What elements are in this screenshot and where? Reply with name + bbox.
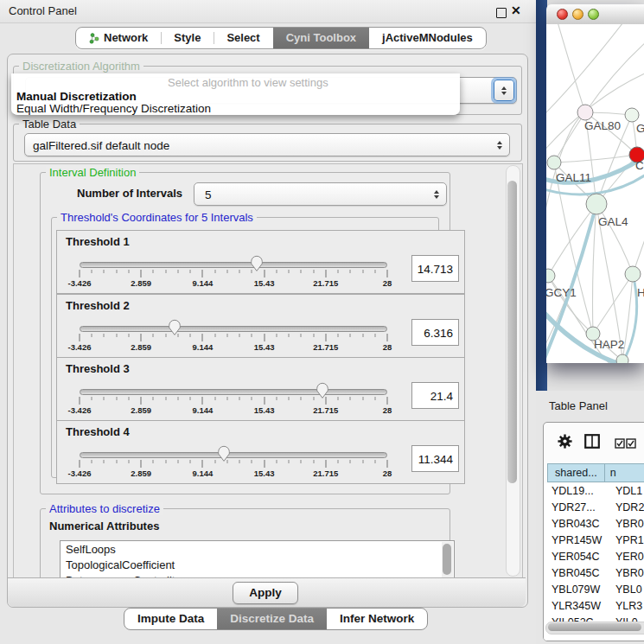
list-scrollbar[interactable]	[442, 542, 453, 578]
network-node[interactable]	[547, 156, 561, 169]
tab-style[interactable]: Style	[161, 28, 214, 48]
table-body[interactable]: YDL19...YDL1YDR27...YDR2YBR043CYBR0YPR14…	[544, 483, 644, 641]
table-row[interactable]: YBL079WYBL0	[544, 582, 644, 598]
threshold-1-slider[interactable]: -3.4262.8599.14415.4321.71528	[80, 255, 387, 291]
list-item[interactable]: SelfLoops	[61, 541, 454, 557]
network-node[interactable]	[625, 108, 639, 122]
table-row[interactable]: YER054CYER0	[544, 549, 644, 565]
numerical-attributes-list[interactable]: SelfLoops TopologicalCoefficient Between…	[60, 540, 455, 578]
table-cell[interactable]: YDR2	[604, 500, 644, 516]
checkbox-icon[interactable]	[615, 437, 625, 452]
tab-impute-data[interactable]: Impute Data	[124, 609, 217, 629]
table-row[interactable]: YPR145WYPR1	[544, 532, 644, 549]
scrollbar-thumb[interactable]	[443, 544, 451, 575]
list-item[interactable]: TopologicalCoefficient	[61, 557, 454, 572]
zoom-button[interactable]	[588, 9, 599, 20]
scrollbar-thumb[interactable]	[507, 181, 517, 483]
table-row[interactable]: YDR27...YDR2	[544, 500, 644, 516]
tab-label: Style	[174, 28, 201, 48]
close-button[interactable]	[557, 9, 568, 20]
table-cell[interactable]: YBL0	[604, 582, 642, 598]
network-node-label: GAL80	[584, 119, 621, 132]
table-cell[interactable]: YPR145W	[544, 532, 604, 549]
algorithm-dropdown-popup: Select algorithm to view settings Manual…	[11, 73, 460, 115]
slider-tick-labels: -3.4262.8599.14415.4321.71528	[80, 469, 387, 479]
network-node[interactable]	[577, 105, 593, 120]
apply-button[interactable]: Apply	[233, 582, 298, 604]
number-of-intervals-combobox[interactable]: 5	[194, 182, 447, 206]
table-cell[interactable]: YBR0	[604, 565, 644, 582]
table-panel-title: Table Panel	[549, 399, 608, 412]
tab-network[interactable]: Network	[76, 28, 161, 48]
table-data-combobox[interactable]: galFiltered.sif default node	[24, 133, 510, 156]
table-cell[interactable]: YDR27...	[544, 500, 604, 516]
scrollbar-thumb[interactable]	[548, 623, 641, 631]
network-window-titlebar[interactable]	[546, 4, 644, 25]
table-cell[interactable]: YBR045C	[544, 565, 604, 582]
bottom-tabstrip: Impute Data Discretize Data Infer Networ…	[124, 608, 428, 630]
table-cell[interactable]: YER0	[604, 549, 644, 565]
gear-icon[interactable]	[557, 433, 573, 453]
table-cell[interactable]: YPR1	[604, 532, 644, 549]
tab-jactivemnodules[interactable]: jActiveMNodules	[369, 28, 486, 48]
columns-icon[interactable]	[584, 434, 600, 452]
table-row[interactable]: YBR045CYBR0	[544, 565, 644, 582]
slider-thumb[interactable]	[218, 445, 231, 462]
network-canvas[interactable]: GAL80GACGAL11GAL4GCY1HHAP2	[546, 24, 644, 363]
threshold-2-value[interactable]: 6.316	[411, 319, 459, 346]
dropdown-item-manual-discretization[interactable]: Manual Discretization	[16, 90, 137, 103]
slider-thumb[interactable]	[251, 255, 264, 272]
slider-track[interactable]	[80, 262, 387, 268]
column-header-shared-name[interactable]: shared...	[547, 463, 605, 482]
table-row[interactable]: YBR043CYBR0	[544, 516, 644, 532]
slider-tick-labels: -3.4262.8599.14415.4321.71528	[80, 278, 387, 289]
slider-track[interactable]	[80, 389, 387, 395]
network-node[interactable]	[546, 269, 555, 283]
settings-vertical-scrollbar[interactable]	[506, 165, 520, 577]
table-horizontal-scrollbar[interactable]	[545, 622, 644, 634]
threshold-1-panel: Threshold 1 -3.4262.8599.14415.4321.7152…	[56, 230, 465, 294]
table-cell[interactable]: YBR0	[604, 516, 644, 532]
threshold-3-slider[interactable]: -3.4262.8599.14415.4321.71528	[80, 382, 387, 418]
tab-infer-network[interactable]: Infer Network	[327, 609, 427, 629]
threshold-4-value[interactable]: 11.344	[411, 445, 459, 472]
table-cell[interactable]: YDL1	[604, 483, 642, 500]
combobox-arrow-button[interactable]	[494, 80, 514, 101]
tab-cyni-toolbox[interactable]: Cyni Toolbox	[273, 28, 369, 48]
threshold-2-slider[interactable]: -3.4262.8599.14415.4321.71528	[80, 319, 387, 355]
control-panel-titlebar: Control Panel ✕	[0, 0, 536, 23]
table-cell[interactable]: YBR043C	[544, 516, 604, 532]
network-icon	[89, 33, 99, 44]
minimize-button[interactable]	[572, 9, 583, 20]
table-cell[interactable]: YLR3	[604, 598, 642, 615]
slider-track[interactable]	[80, 452, 387, 458]
dropdown-item-equal-width[interactable]: Equal Width/Frequency Discretization	[16, 102, 211, 115]
checkbox-icon[interactable]	[626, 437, 636, 452]
close-icon[interactable]: ✕	[511, 3, 521, 17]
threshold-1-value[interactable]: 14.713	[411, 255, 459, 282]
table-cell[interactable]: YER054C	[544, 549, 604, 565]
group-title: Attributes to discretize	[46, 502, 163, 515]
table-row[interactable]: YDL19...YDL1	[544, 483, 644, 500]
table-row[interactable]: YLR345WYLR3	[544, 598, 644, 615]
chevron-down-icon	[434, 195, 439, 199]
slider-thumb[interactable]	[169, 319, 182, 336]
network-node[interactable]	[586, 194, 607, 214]
table-cell[interactable]: YBL079W	[544, 582, 604, 598]
network-node[interactable]	[616, 354, 628, 363]
threshold-4-slider[interactable]: -3.4262.8599.14415.4321.71528	[80, 445, 387, 481]
table-cell[interactable]: YLR345W	[544, 598, 604, 615]
slider-ticks	[80, 270, 387, 277]
slider-track[interactable]	[80, 326, 387, 332]
tab-discretize-data[interactable]: Discretize Data	[217, 609, 327, 629]
combobox-value: 5	[205, 188, 212, 201]
table-cell[interactable]: YDL19...	[544, 483, 604, 500]
slider-ticks	[80, 460, 387, 468]
settings-scroll-area: Interval Definition Number of Intervals …	[13, 163, 523, 578]
float-window-icon[interactable]	[496, 8, 507, 18]
network-node[interactable]	[625, 266, 641, 282]
tab-select[interactable]: Select	[214, 28, 272, 48]
column-header-name[interactable]: n	[605, 463, 644, 482]
threshold-3-value[interactable]: 21.4	[411, 382, 459, 409]
slider-thumb[interactable]	[316, 382, 329, 399]
